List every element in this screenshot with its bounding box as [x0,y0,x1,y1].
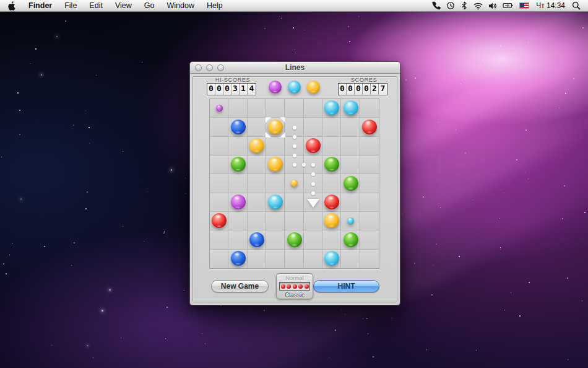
bluetooth-icon[interactable] [460,1,468,10]
ball-yellow-small[interactable] [291,180,298,186]
menu-item-edit[interactable]: Edit [83,0,109,12]
window-titlebar[interactable]: Lines [190,62,400,74]
star [436,243,437,245]
mode-option-classic[interactable]: Classic [285,292,305,299]
ball-green[interactable] [287,232,302,247]
star [87,345,89,347]
menu-clock[interactable]: Чт 14:34 [535,1,566,10]
path-dot [311,182,315,186]
ball-green[interactable] [344,176,358,191]
menu-item-file[interactable]: File [58,0,83,12]
ball-cyan[interactable] [324,100,339,115]
star [121,338,121,338]
star [74,242,75,243]
wifi-icon[interactable] [473,2,483,10]
star [147,191,148,192]
star [582,300,582,301]
star [281,18,282,19]
menu-item-go[interactable]: Go [138,0,161,12]
star [123,226,123,227]
star [17,92,19,94]
ball-purple[interactable] [231,195,246,209]
star [426,349,427,350]
path-dot [293,154,296,157]
digit: 0 [339,84,347,95]
digit: 7 [379,84,387,95]
ball-green[interactable] [324,157,339,172]
star [1,157,2,157]
ball-blue[interactable] [249,232,264,247]
menu-item-view[interactable]: View [109,0,138,12]
star [205,343,205,344]
star [529,282,530,283]
star [35,48,37,50]
star [102,310,103,312]
star [142,62,142,63]
star [392,318,392,318]
menu-item-window[interactable]: Window [160,0,200,12]
mode-slider-ball [305,284,309,289]
ball-purple-small[interactable] [216,105,223,112]
zoom-button[interactable] [217,64,224,71]
star [144,241,144,242]
star [3,263,4,265]
star [19,110,20,111]
spotlight-search-icon[interactable] [572,1,581,10]
ball-yellow[interactable] [249,138,264,153]
digit: 0 [223,84,231,95]
selection-corner-icon [280,132,285,138]
star [65,20,66,22]
star [456,129,456,130]
minimize-button[interactable] [206,64,213,71]
star [519,315,521,317]
star [368,333,368,334]
digit: 0 [355,84,363,95]
ball-cyan[interactable] [268,195,283,209]
star [171,169,173,171]
phone-icon[interactable] [432,1,441,10]
ball-blue[interactable] [231,120,246,134]
digit: 3 [231,84,240,95]
ball-green[interactable] [344,232,358,247]
mode-slider-ball [281,284,285,289]
star [163,232,165,234]
ball-cyan-small[interactable] [347,217,354,224]
menu-bar: FinderFileEditViewGoWindowHelp Чт 14:34 [0,0,588,12]
ball-yellow[interactable] [268,157,283,172]
ball-red[interactable] [212,213,227,228]
star [500,249,501,250]
star [341,309,342,310]
hint-button[interactable]: HINT [313,280,379,292]
mode-option-normal[interactable]: Normal [285,275,303,281]
path-destination-arrow-icon [307,199,319,208]
ball-cyan[interactable] [344,100,358,115]
menu-item-finder[interactable]: Finder [22,0,58,12]
menu-item-help[interactable]: Help [201,0,229,12]
apple-menu-icon[interactable] [0,1,22,11]
new-game-button[interactable]: New Game [211,280,269,292]
selection-corner-icon [280,117,285,123]
ball-red[interactable] [306,138,321,153]
battery-icon[interactable] [503,2,514,9]
star [405,79,407,81]
ball-blue[interactable] [231,251,246,266]
digit: 0 [347,84,355,95]
volume-icon[interactable] [488,2,497,10]
mode-slider-knob[interactable] [279,282,310,291]
game-mode-switcher[interactable]: Normal Classic [276,273,313,299]
ball-yellow[interactable] [324,213,339,228]
ball-red[interactable] [362,120,377,134]
ball-green[interactable] [231,157,246,172]
ball-red[interactable] [324,195,339,209]
time-machine-icon[interactable] [446,1,455,10]
star [19,134,20,135]
close-button[interactable] [195,64,202,71]
keyboard-layout-flag-icon[interactable] [519,2,529,9]
star [51,345,52,346]
ball-cyan[interactable] [324,251,339,266]
path-dot [293,126,296,129]
star [109,289,111,291]
star [348,26,349,27]
star [264,28,266,29]
lines-game-window: Lines HI-SCORES 000314 SCORES 000027 New… [189,61,400,305]
